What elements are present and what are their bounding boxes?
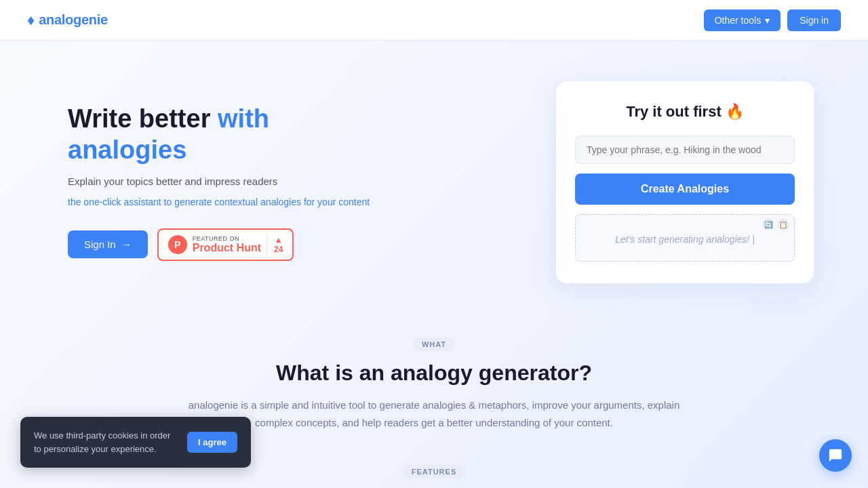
what-description: analogenie is a simple and intuitive too…: [176, 396, 692, 431]
other-tools-button[interactable]: Other tools ▾: [704, 9, 781, 31]
refresh-icon[interactable]: 🔄: [762, 218, 774, 230]
logo: ♦ analogenie: [27, 12, 108, 29]
output-area-wrap: 🔄 📋 Let's start generating analogies! |: [575, 214, 795, 262]
upvote-count: 24: [274, 245, 283, 254]
output-icons: 🔄 📋: [762, 218, 789, 230]
product-hunt-name: Product Hunt: [193, 242, 261, 254]
sign-in-nav-button[interactable]: Sign in: [787, 9, 841, 31]
hero-right: Try it out first 🔥 Create Analogies 🔄 📋 …: [529, 81, 814, 283]
navbar: ♦ analogenie Other tools ▾ Sign in: [0, 0, 868, 41]
fire-emoji: 🔥: [726, 103, 744, 120]
sign-in-hero-button[interactable]: Sign In →: [68, 230, 148, 258]
nav-actions: Other tools ▾ Sign in: [704, 9, 841, 31]
product-hunt-logo: P: [168, 235, 187, 254]
try-card-title: Try it out first 🔥: [575, 103, 795, 121]
what-tag: WHAT: [414, 338, 454, 351]
hero-title-plain: Write better: [68, 104, 218, 133]
product-hunt-badge[interactable]: P FEATURED ON Product Hunt ▲ 24: [157, 228, 294, 261]
try-card: Try it out first 🔥 Create Analogies 🔄 📋 …: [556, 81, 814, 283]
try-card-title-text: Try it out first: [626, 103, 722, 120]
cookie-banner: We use third-party cookies in order to p…: [20, 417, 251, 468]
chat-icon: [828, 448, 843, 463]
hero-subtitle: Explain your topics better and impress r…: [68, 176, 393, 187]
create-analogies-button[interactable]: Create Analogies: [575, 174, 795, 205]
hero-title: Write better with analogies: [68, 104, 393, 165]
other-tools-label: Other tools: [715, 15, 761, 26]
what-title: What is an analogy generator?: [176, 361, 692, 386]
hero-left: Write better with analogies Explain your…: [68, 104, 393, 260]
cookie-message: We use third-party cookies in order to p…: [34, 429, 178, 455]
chat-button[interactable]: [819, 439, 852, 472]
arrow-right-icon: →: [121, 239, 132, 250]
copy-icon[interactable]: 📋: [777, 218, 789, 230]
product-hunt-count: ▲ 24: [267, 235, 283, 254]
product-hunt-text: FEATURED ON Product Hunt: [193, 235, 261, 254]
featured-on-label: FEATURED ON: [193, 235, 261, 242]
hero-section: Write better with analogies Explain your…: [0, 41, 868, 310]
logo-text: analogenie: [39, 12, 107, 28]
cookie-agree-button[interactable]: I agree: [187, 432, 237, 453]
logo-icon: ♦: [27, 12, 35, 29]
hero-tagline: the one-click assistant to generate cont…: [68, 195, 393, 209]
chevron-down-icon: ▾: [765, 15, 770, 26]
upvote-arrow-icon: ▲: [275, 235, 283, 245]
hero-actions: Sign In → P FEATURED ON Product Hunt ▲ 2…: [68, 228, 393, 261]
sign-in-hero-label: Sign In: [84, 239, 116, 250]
phrase-input[interactable]: [575, 136, 795, 164]
features-tag: FEATURES: [403, 465, 465, 479]
